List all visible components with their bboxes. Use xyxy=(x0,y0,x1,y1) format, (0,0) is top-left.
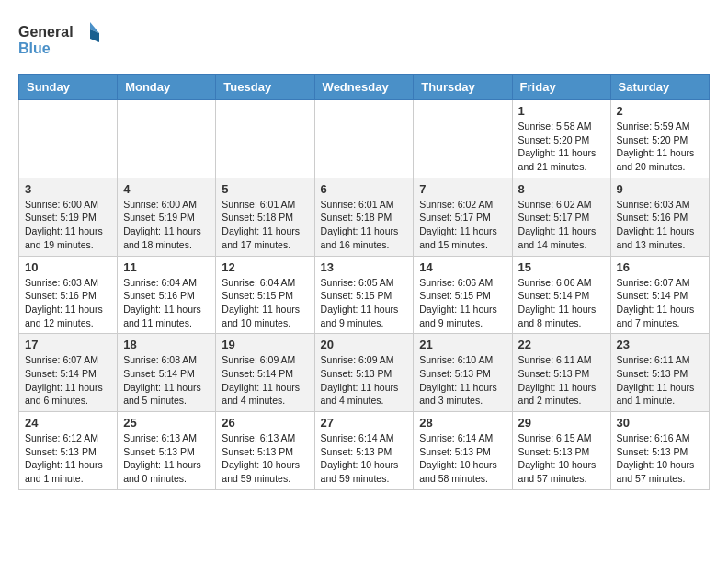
day-info: Sunrise: 6:08 AM Sunset: 5:14 PM Dayligh… xyxy=(123,353,210,408)
calendar-cell: 20Sunrise: 6:09 AM Sunset: 5:13 PM Dayli… xyxy=(314,334,414,412)
day-info: Sunrise: 6:02 AM Sunset: 5:17 PM Dayligh… xyxy=(518,198,605,252)
calendar-week-row: 10Sunrise: 6:03 AM Sunset: 5:16 PM Dayli… xyxy=(19,256,710,334)
calendar-cell: 18Sunrise: 6:08 AM Sunset: 5:14 PM Dayli… xyxy=(118,334,216,412)
calendar-week-row: 3Sunrise: 6:00 AM Sunset: 5:19 PM Daylig… xyxy=(19,178,710,256)
day-number: 12 xyxy=(222,260,308,274)
day-number: 16 xyxy=(617,260,703,274)
day-number: 4 xyxy=(123,182,210,196)
day-info: Sunrise: 6:01 AM Sunset: 5:18 PM Dayligh… xyxy=(321,198,408,252)
day-info: Sunrise: 6:04 AM Sunset: 5:15 PM Dayligh… xyxy=(222,276,308,330)
day-info: Sunrise: 6:14 AM Sunset: 5:13 PM Dayligh… xyxy=(321,431,408,486)
day-number: 24 xyxy=(25,416,111,430)
day-number: 30 xyxy=(617,416,703,430)
day-info: Sunrise: 6:04 AM Sunset: 5:16 PM Dayligh… xyxy=(123,276,210,330)
day-info: Sunrise: 6:12 AM Sunset: 5:13 PM Dayligh… xyxy=(25,431,111,486)
day-info: Sunrise: 6:16 AM Sunset: 5:13 PM Dayligh… xyxy=(617,431,703,486)
day-number: 21 xyxy=(419,338,506,351)
calendar-cell: 29Sunrise: 6:15 AM Sunset: 5:13 PM Dayli… xyxy=(512,412,610,490)
calendar-cell: 30Sunrise: 6:16 AM Sunset: 5:13 PM Dayli… xyxy=(610,412,709,490)
calendar-week-row: 17Sunrise: 6:07 AM Sunset: 5:14 PM Dayli… xyxy=(19,334,710,412)
day-info: Sunrise: 6:07 AM Sunset: 5:14 PM Dayligh… xyxy=(617,276,703,330)
calendar-cell: 1Sunrise: 5:58 AM Sunset: 5:20 PM Daylig… xyxy=(512,100,610,178)
day-number: 6 xyxy=(321,182,408,196)
calendar-cell: 10Sunrise: 6:03 AM Sunset: 5:16 PM Dayli… xyxy=(19,256,118,334)
day-number: 2 xyxy=(617,104,703,118)
day-number: 7 xyxy=(419,182,506,196)
day-info: Sunrise: 5:59 AM Sunset: 5:20 PM Dayligh… xyxy=(617,120,703,174)
page-header: General Blue xyxy=(18,18,710,64)
logo: General Blue xyxy=(18,18,101,64)
calendar-cell: 27Sunrise: 6:14 AM Sunset: 5:13 PM Dayli… xyxy=(314,412,414,490)
calendar-cell: 28Sunrise: 6:14 AM Sunset: 5:13 PM Dayli… xyxy=(414,412,512,490)
calendar-cell: 9Sunrise: 6:03 AM Sunset: 5:16 PM Daylig… xyxy=(610,178,709,256)
day-info: Sunrise: 6:00 AM Sunset: 5:19 PM Dayligh… xyxy=(25,198,111,252)
calendar-cell: 17Sunrise: 6:07 AM Sunset: 5:14 PM Dayli… xyxy=(19,334,118,412)
calendar-day-header: Tuesday xyxy=(216,75,314,100)
day-info: Sunrise: 6:07 AM Sunset: 5:14 PM Dayligh… xyxy=(25,353,111,408)
day-number: 15 xyxy=(518,260,605,274)
day-info: Sunrise: 6:14 AM Sunset: 5:13 PM Dayligh… xyxy=(419,431,506,486)
calendar-cell: 24Sunrise: 6:12 AM Sunset: 5:13 PM Dayli… xyxy=(19,412,118,490)
calendar-day-header: Thursday xyxy=(414,75,512,100)
day-number: 27 xyxy=(321,416,408,430)
calendar-day-header: Saturday xyxy=(610,75,709,100)
day-number: 8 xyxy=(518,182,605,196)
calendar-cell: 3Sunrise: 6:00 AM Sunset: 5:19 PM Daylig… xyxy=(19,178,118,256)
day-info: Sunrise: 6:03 AM Sunset: 5:16 PM Dayligh… xyxy=(617,198,703,252)
day-number: 26 xyxy=(222,416,308,430)
day-number: 22 xyxy=(518,338,605,351)
day-number: 18 xyxy=(123,338,210,351)
calendar-cell: 16Sunrise: 6:07 AM Sunset: 5:14 PM Dayli… xyxy=(610,256,709,334)
day-info: Sunrise: 6:01 AM Sunset: 5:18 PM Dayligh… xyxy=(222,198,308,252)
calendar-cell: 12Sunrise: 6:04 AM Sunset: 5:15 PM Dayli… xyxy=(216,256,314,334)
day-number: 29 xyxy=(518,416,605,430)
svg-text:General: General xyxy=(18,24,74,40)
calendar-cell: 11Sunrise: 6:04 AM Sunset: 5:16 PM Dayli… xyxy=(118,256,216,334)
day-info: Sunrise: 6:02 AM Sunset: 5:17 PM Dayligh… xyxy=(419,198,506,252)
day-info: Sunrise: 6:06 AM Sunset: 5:15 PM Dayligh… xyxy=(419,276,506,330)
day-number: 10 xyxy=(25,260,111,274)
calendar-cell: 23Sunrise: 6:11 AM Sunset: 5:13 PM Dayli… xyxy=(610,334,709,412)
day-info: Sunrise: 6:09 AM Sunset: 5:14 PM Dayligh… xyxy=(222,353,308,408)
calendar-cell: 4Sunrise: 6:00 AM Sunset: 5:19 PM Daylig… xyxy=(118,178,216,256)
calendar-cell: 14Sunrise: 6:06 AM Sunset: 5:15 PM Dayli… xyxy=(414,256,512,334)
calendar-cell: 15Sunrise: 6:06 AM Sunset: 5:14 PM Dayli… xyxy=(512,256,610,334)
calendar-header-row: SundayMondayTuesdayWednesdayThursdayFrid… xyxy=(19,75,710,100)
svg-marker-3 xyxy=(90,29,99,42)
day-number: 28 xyxy=(419,416,506,430)
day-number: 14 xyxy=(419,260,506,274)
calendar-cell xyxy=(314,100,414,178)
day-info: Sunrise: 6:11 AM Sunset: 5:13 PM Dayligh… xyxy=(518,353,605,408)
day-number: 11 xyxy=(123,260,210,274)
calendar-day-header: Wednesday xyxy=(314,75,414,100)
calendar-cell: 22Sunrise: 6:11 AM Sunset: 5:13 PM Dayli… xyxy=(512,334,610,412)
calendar-cell: 25Sunrise: 6:13 AM Sunset: 5:13 PM Dayli… xyxy=(118,412,216,490)
day-number: 19 xyxy=(222,338,308,351)
calendar-week-row: 1Sunrise: 5:58 AM Sunset: 5:20 PM Daylig… xyxy=(19,100,710,178)
day-number: 1 xyxy=(518,104,605,118)
calendar-cell: 19Sunrise: 6:09 AM Sunset: 5:14 PM Dayli… xyxy=(216,334,314,412)
calendar-day-header: Monday xyxy=(118,75,216,100)
day-info: Sunrise: 6:06 AM Sunset: 5:14 PM Dayligh… xyxy=(518,276,605,330)
day-number: 5 xyxy=(222,182,308,196)
day-number: 3 xyxy=(25,182,111,196)
day-info: Sunrise: 6:09 AM Sunset: 5:13 PM Dayligh… xyxy=(321,353,408,408)
day-info: Sunrise: 6:15 AM Sunset: 5:13 PM Dayligh… xyxy=(518,431,605,486)
svg-text:Blue: Blue xyxy=(18,40,51,56)
day-number: 23 xyxy=(617,338,703,351)
calendar-cell: 6Sunrise: 6:01 AM Sunset: 5:18 PM Daylig… xyxy=(314,178,414,256)
day-info: Sunrise: 6:11 AM Sunset: 5:13 PM Dayligh… xyxy=(617,353,703,408)
day-info: Sunrise: 6:13 AM Sunset: 5:13 PM Dayligh… xyxy=(222,431,308,486)
logo-svg: General Blue xyxy=(18,18,101,64)
day-info: Sunrise: 5:58 AM Sunset: 5:20 PM Dayligh… xyxy=(518,120,605,174)
calendar-day-header: Sunday xyxy=(19,75,118,100)
calendar-cell: 5Sunrise: 6:01 AM Sunset: 5:18 PM Daylig… xyxy=(216,178,314,256)
day-number: 13 xyxy=(321,260,408,274)
day-info: Sunrise: 6:05 AM Sunset: 5:15 PM Dayligh… xyxy=(321,276,408,330)
day-info: Sunrise: 6:00 AM Sunset: 5:19 PM Dayligh… xyxy=(123,198,210,252)
calendar-cell: 13Sunrise: 6:05 AM Sunset: 5:15 PM Dayli… xyxy=(314,256,414,334)
calendar-day-header: Friday xyxy=(512,75,610,100)
calendar-cell xyxy=(19,100,118,178)
day-info: Sunrise: 6:03 AM Sunset: 5:16 PM Dayligh… xyxy=(25,276,111,330)
day-number: 17 xyxy=(25,338,111,351)
